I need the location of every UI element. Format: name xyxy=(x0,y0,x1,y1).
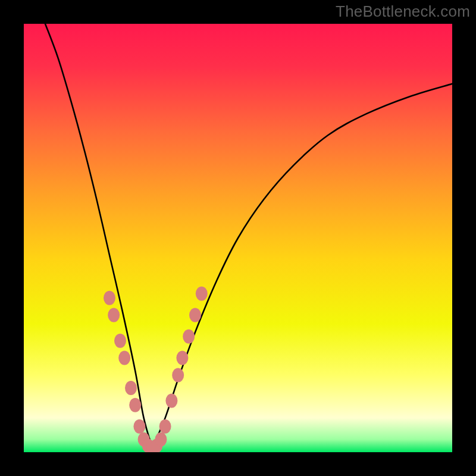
data-marker xyxy=(165,394,177,408)
data-marker xyxy=(108,308,120,322)
data-marker xyxy=(104,291,115,305)
chart-svg xyxy=(24,24,452,452)
data-marker xyxy=(114,334,126,348)
data-marker xyxy=(189,308,201,322)
data-marker xyxy=(118,351,130,365)
data-marker xyxy=(125,381,137,395)
data-marker xyxy=(129,398,141,412)
data-marker xyxy=(172,368,184,382)
watermark-text: TheBottleneck.com xyxy=(336,2,470,21)
data-marker xyxy=(155,432,167,446)
data-marker xyxy=(176,351,188,365)
data-marker xyxy=(133,419,145,434)
chart-frame: TheBottleneck.com xyxy=(0,0,476,476)
data-marker xyxy=(183,330,195,344)
data-marker xyxy=(196,287,208,301)
plot-area xyxy=(24,24,452,452)
data-marker xyxy=(159,419,171,434)
